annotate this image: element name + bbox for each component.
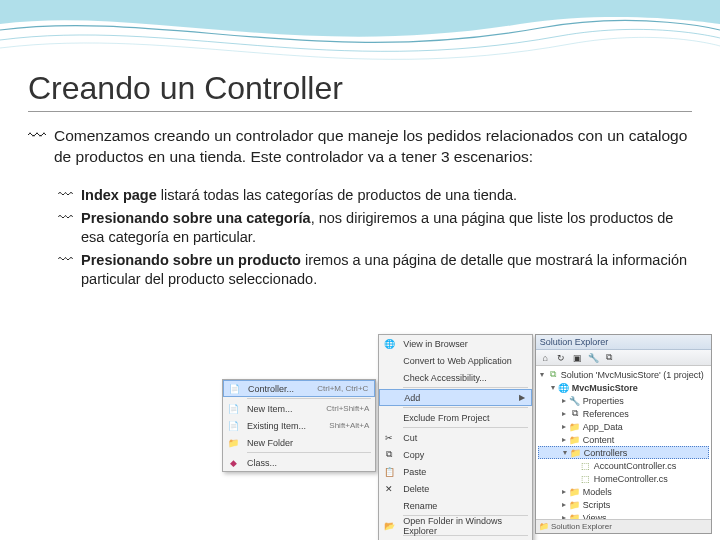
panel-footer: 📁 Solution Explorer [536, 519, 711, 533]
solution-icon: ⧉ [547, 370, 559, 380]
copy-icon: ⧉ [383, 449, 395, 461]
tree-appdata[interactable]: ▸📁App_Data [538, 420, 709, 433]
point-1-rest: listará todas las categorías de producto… [157, 187, 517, 203]
tree-solution[interactable]: ▾⧉Solution 'MvcMusicStore' (1 project) [538, 368, 709, 381]
tree-properties[interactable]: ▸🔧Properties [538, 394, 709, 407]
swirl-icon: 〰 [28, 124, 46, 148]
menu-item-class[interactable]: ◆ Class... [223, 454, 375, 471]
menu-separator [247, 452, 371, 453]
tree-scripts[interactable]: ▸📁Scripts [538, 498, 709, 511]
intro-text: Comenzamos creando un controlador que ma… [54, 126, 692, 168]
tree-models[interactable]: ▸📁Models [538, 485, 709, 498]
menu-item-rename[interactable]: Rename [379, 497, 531, 514]
point-3-bold: Presionando sobre un producto [81, 252, 301, 268]
solution-toolbar: ⌂ ↻ ▣ 🔧 ⧉ [536, 350, 711, 366]
toolbar-home-icon[interactable]: ⌂ [539, 351, 552, 364]
menu-item-add[interactable]: Add▶ [379, 389, 531, 406]
menu-item-existing-item[interactable]: 📄 Existing Item... Shift+Alt+A [223, 417, 375, 434]
properties-icon: 🔧 [569, 396, 581, 406]
chevron-right-icon: ▶ [519, 393, 525, 402]
folder-icon: 📂 [383, 520, 395, 532]
cs-file-icon: ⬚ [580, 461, 592, 471]
menu-item-cut[interactable]: ✂Cut [379, 429, 531, 446]
folder-icon: 📁 [570, 448, 582, 458]
swirl-icon: 〰 [58, 209, 73, 229]
menu-item-open-folder[interactable]: 📂Open Folder in Windows Explorer [379, 517, 531, 534]
paste-icon: 📋 [383, 466, 395, 478]
menu-item-new-item[interactable]: 📄 New Item... Ctrl+Shift+A [223, 400, 375, 417]
menu-item-new-folder[interactable]: 📁 New Folder [223, 434, 375, 451]
browser-icon: 🌐 [383, 338, 395, 350]
folder-icon: 📁 [569, 435, 581, 445]
existing-item-icon: 📄 [227, 420, 239, 432]
delete-icon: ✕ [383, 483, 395, 495]
menu-item-convert[interactable]: Convert to Web Application [379, 352, 531, 369]
file-icon: 📄 [228, 383, 240, 395]
panel-title: Solution Explorer [536, 335, 711, 350]
project-icon: 🌐 [558, 383, 570, 393]
menu-item-exclude[interactable]: Exclude From Project [379, 409, 531, 426]
point-1-bold: Index page [81, 187, 157, 203]
menu-item-paste[interactable]: 📋Paste [379, 463, 531, 480]
point-3: 〰 Presionando sobre un producto iremos a… [58, 251, 692, 289]
solution-explorer: Solution Explorer ⌂ ↻ ▣ 🔧 ⧉ ▾⧉Solution '… [535, 334, 712, 534]
swirl-icon: 〰 [58, 186, 73, 206]
cut-icon: ✂ [383, 432, 395, 444]
menu-item-delete[interactable]: ✕Delete [379, 480, 531, 497]
tree-views[interactable]: ▸📁Views [538, 511, 709, 519]
tree-file-account[interactable]: ⬚AccountController.cs [538, 459, 709, 472]
tree-content[interactable]: ▸📁Content [538, 433, 709, 446]
screenshot-composite: 📄 Controller... Ctrl+M, Ctrl+C 📄 New Ite… [222, 334, 712, 534]
class-icon: ◆ [227, 457, 239, 469]
new-item-icon: 📄 [227, 403, 239, 415]
tree-file-home[interactable]: ⬚HomeController.cs [538, 472, 709, 485]
intro-bullet: 〰 Comenzamos creando un controlador que … [28, 126, 692, 168]
folder-icon: 📁 [569, 422, 581, 432]
toolbar-code-icon[interactable]: ⧉ [603, 351, 616, 364]
toolbar-refresh-icon[interactable]: ↻ [555, 351, 568, 364]
solution-tree: ▾⧉Solution 'MvcMusicStore' (1 project) ▾… [536, 366, 711, 519]
toolbar-showall-icon[interactable]: ▣ [571, 351, 584, 364]
tree-project[interactable]: ▾🌐MvcMusicStore [538, 381, 709, 394]
tree-references[interactable]: ▸⧉References [538, 407, 709, 420]
menu-separator [403, 407, 527, 408]
point-2: 〰 Presionando sobre una categoría, nos d… [58, 209, 692, 247]
folder-icon: 📁 [227, 437, 239, 449]
menu-separator [403, 387, 527, 388]
add-submenu: 📄 Controller... Ctrl+M, Ctrl+C 📄 New Ite… [222, 379, 376, 472]
slide-title: Creando un Controller [28, 70, 692, 112]
swirl-icon: 〰 [58, 251, 73, 271]
point-2-bold: Presionando sobre una categoría [81, 210, 311, 226]
toolbar-properties-icon[interactable]: 🔧 [587, 351, 600, 364]
cs-file-icon: ⬚ [580, 474, 592, 484]
menu-item-copy[interactable]: ⧉Copy [379, 446, 531, 463]
tree-controllers[interactable]: ▾📁Controllers [538, 446, 709, 459]
point-1: 〰 Index page listará todas las categoría… [58, 186, 692, 206]
menu-separator [247, 398, 371, 399]
context-menu: 🌐View in Browser Convert to Web Applicat… [378, 334, 532, 540]
menu-separator [403, 427, 527, 428]
folder-icon: 📁 [569, 500, 581, 510]
folder-icon: 📁 [569, 487, 581, 497]
menu-item-accessibility[interactable]: Check Accessibility... [379, 369, 531, 386]
menu-item-controller[interactable]: 📄 Controller... Ctrl+M, Ctrl+C [223, 380, 375, 397]
shortcut: Ctrl+M, Ctrl+C [317, 384, 368, 393]
menu-item-view-browser[interactable]: 🌐View in Browser [379, 335, 531, 352]
references-icon: ⧉ [569, 409, 581, 419]
